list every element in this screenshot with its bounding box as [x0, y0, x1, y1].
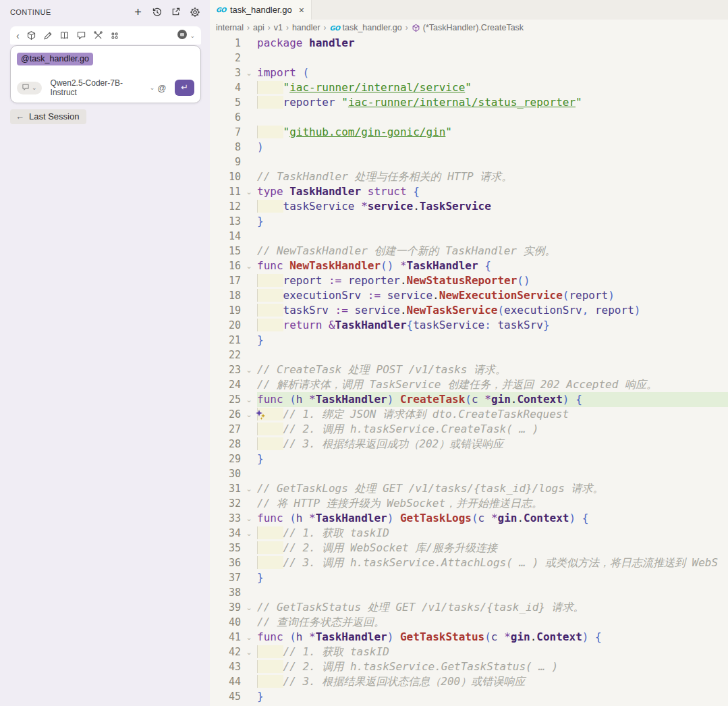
- tab-task-handler[interactable]: GO task_handler.go ×: [210, 0, 312, 20]
- code-line[interactable]: 27 // 2. 调用 h.taskService.CreateTask( … …: [210, 422, 728, 437]
- fold-chevron-icon[interactable]: ⌄: [241, 481, 257, 496]
- code-token: .: [530, 630, 537, 643]
- fold-chevron-icon[interactable]: ⌄: [241, 259, 257, 273]
- code-line[interactable]: 2: [210, 51, 728, 65]
- back-chevron-icon[interactable]: ‹: [16, 31, 20, 40]
- gear-icon[interactable]: [189, 6, 200, 18]
- code-line[interactable]: 14: [210, 229, 728, 244]
- code-line[interactable]: 11⌄type TaskHandler struct {: [210, 184, 728, 199]
- fold-chevron-icon[interactable]: ⌄: [241, 392, 257, 407]
- send-button[interactable]: ↵: [175, 80, 194, 96]
- breadcrumb-item[interactable]: v1: [274, 23, 283, 32]
- code-line[interactable]: 30: [210, 466, 728, 481]
- code-line[interactable]: 25⌄func (h *TaskHandler) CreateTask(c *g…: [210, 392, 728, 407]
- breadcrumb-item[interactable]: internal: [216, 23, 244, 32]
- tools-icon[interactable]: [93, 30, 103, 40]
- chat-icon[interactable]: [76, 30, 86, 40]
- code-token: [478, 393, 485, 406]
- code-line[interactable]: 36 // 3. 调用 h.taskService.AttachLogs( … …: [210, 555, 728, 570]
- account-selector[interactable]: ⌄: [177, 29, 195, 43]
- code-line[interactable]: 10// TaskHandler 处理与任务相关的 HTTP 请求。: [210, 169, 728, 184]
- history-icon[interactable]: [151, 6, 163, 18]
- code-line[interactable]: 42⌄ // 1. 获取 taskID: [210, 645, 728, 659]
- chat-input-card[interactable]: @task_handler.go ⌄ Qwen2.5-Coder-7B-Inst…: [10, 45, 201, 103]
- code-line[interactable]: 34⌄ // 1. 获取 taskID: [210, 526, 728, 541]
- code-line[interactable]: 3⌄import (: [210, 65, 728, 80]
- breadcrumb-item[interactable]: handler: [292, 23, 320, 32]
- fold-chevron-icon[interactable]: ⌄: [241, 600, 257, 615]
- line-number: 7: [210, 125, 241, 140]
- code-token: *: [484, 393, 491, 406]
- fold-chevron-icon[interactable]: ⌄: [241, 184, 257, 199]
- fold-chevron-icon[interactable]: ⌄: [241, 645, 257, 659]
- tab-label: task_handler.go: [230, 5, 292, 15]
- code-line[interactable]: 23⌄// CreateTask 处理 POST /v1/tasks 请求。: [210, 362, 728, 377]
- code-line[interactable]: 43 // 2. 调用 h.taskService.GetTaskStatus(…: [210, 659, 728, 674]
- code-line[interactable]: 41⌄func (h *TaskHandler) GetTaskStatus(c…: [210, 630, 728, 645]
- code-line[interactable]: 12 taskService *service.TaskService: [210, 199, 728, 214]
- breadcrumb-item[interactable]: api: [253, 23, 264, 32]
- pencil-icon[interactable]: [43, 31, 53, 40]
- go-file-icon: GO: [216, 6, 226, 13]
- breadcrumb-item[interactable]: (*TaskHandler).CreateTask: [412, 23, 524, 32]
- code-line[interactable]: 44 // 3. 根据结果返回状态信息（200）或错误响应: [210, 674, 728, 689]
- code-line[interactable]: 35 // 2. 调用 WebSocket 库/服务升级连接: [210, 541, 728, 555]
- code-line[interactable]: 26⌄ // 1. 绑定 JSON 请求体到 dto.CreateTaskReq…: [210, 407, 728, 422]
- code-line[interactable]: 31⌄// GetTaskLogs 处理 GET /v1/tasks/{task…: [210, 481, 728, 496]
- code-token: NewExecutionService: [439, 289, 563, 302]
- code-line[interactable]: 32// 将 HTTP 连接升级为 WebSocket，并开始推送日志。: [210, 496, 728, 511]
- fold-gutter: [241, 244, 257, 259]
- new-session-icon[interactable]: +: [132, 6, 144, 18]
- add-context-button[interactable]: @: [155, 83, 169, 93]
- code-line[interactable]: 19 taskSrv := service.NewTaskService(exe…: [210, 303, 728, 318]
- fold-chevron-icon[interactable]: ⌄: [241, 65, 257, 80]
- code-line[interactable]: 39⌄// GetTaskStatus 处理 GET /v1/tasks/{ta…: [210, 600, 728, 615]
- breadcrumb-item[interactable]: GOtask_handler.go: [330, 23, 402, 32]
- code-line[interactable]: 7 "github.com/gin-gonic/gin": [210, 125, 728, 140]
- fold-gutter: [241, 155, 257, 169]
- open-external-icon[interactable]: [170, 6, 181, 18]
- mode-selector[interactable]: ⌄: [17, 82, 42, 94]
- cube-icon[interactable]: [26, 30, 36, 40]
- code-line[interactable]: 15// NewTaskHandler 创建一个新的 TaskHandler 实…: [210, 244, 728, 259]
- line-content: type TaskHandler struct {: [257, 184, 728, 199]
- book-icon[interactable]: [59, 30, 69, 40]
- fold-chevron-icon[interactable]: ⌄: [241, 630, 257, 645]
- code-line[interactable]: 20 return &TaskHandler{taskService: task…: [210, 318, 728, 333]
- line-number: 11: [210, 184, 241, 199]
- code-line[interactable]: 29}: [210, 452, 728, 466]
- code-line[interactable]: 18 executionSrv := service.NewExecutionS…: [210, 288, 728, 303]
- code-line[interactable]: 22: [210, 348, 728, 362]
- code-line[interactable]: 38: [210, 585, 728, 600]
- model-selector[interactable]: Qwen2.5-Coder-7B-Instruct ⌄: [51, 78, 155, 97]
- code-line[interactable]: 24// 解析请求体，调用 TaskService 创建任务，并返回 202 A…: [210, 377, 728, 392]
- code-line[interactable]: 6: [210, 110, 728, 125]
- fold-chevron-icon[interactable]: ⌄: [241, 362, 257, 377]
- code-line[interactable]: 40// 查询任务状态并返回。: [210, 615, 728, 630]
- code-line[interactable]: 9: [210, 155, 728, 169]
- line-number: 18: [210, 288, 241, 303]
- tab-close-icon[interactable]: ×: [299, 5, 304, 15]
- code-token: CreateTask: [400, 393, 465, 406]
- code-editor[interactable]: 1package handler23⌄import (4 "iac-runner…: [210, 36, 728, 706]
- fold-chevron-icon[interactable]: ⌄: [241, 511, 257, 526]
- code-line[interactable]: 33⌄func (h *TaskHandler) GetTaskLogs(c *…: [210, 511, 728, 526]
- code-line[interactable]: 37}: [210, 570, 728, 585]
- code-line[interactable]: 8): [210, 140, 728, 155]
- fold-chevron-icon[interactable]: ⌄: [241, 526, 257, 541]
- code-line[interactable]: 21}: [210, 333, 728, 348]
- code-line[interactable]: 13}: [210, 214, 728, 229]
- code-line[interactable]: 17 report := reporter.NewStatusReporter(…: [210, 273, 728, 288]
- code-line[interactable]: 5 reporter "iac-runner/internal/status_r…: [210, 95, 728, 110]
- context-chip[interactable]: @task_handler.go: [17, 53, 93, 65]
- code-line[interactable]: 45}: [210, 689, 728, 704]
- code-line[interactable]: 1package handler: [210, 36, 728, 51]
- last-session-button[interactable]: ← Last Session: [10, 109, 86, 124]
- code-token: iac-runner/internal/service: [289, 81, 465, 94]
- code-line[interactable]: 28 // 3. 根据结果返回成功（202）或错误响应: [210, 437, 728, 452]
- code-token: service: [355, 304, 400, 317]
- code-line[interactable]: 16⌄func NewTaskHandler() *TaskHandler {: [210, 259, 728, 273]
- apps-grid-icon[interactable]: [110, 31, 119, 40]
- code-line[interactable]: 4 "iac-runner/internal/service": [210, 80, 728, 95]
- ai-sparkle-icon[interactable]: [255, 409, 267, 420]
